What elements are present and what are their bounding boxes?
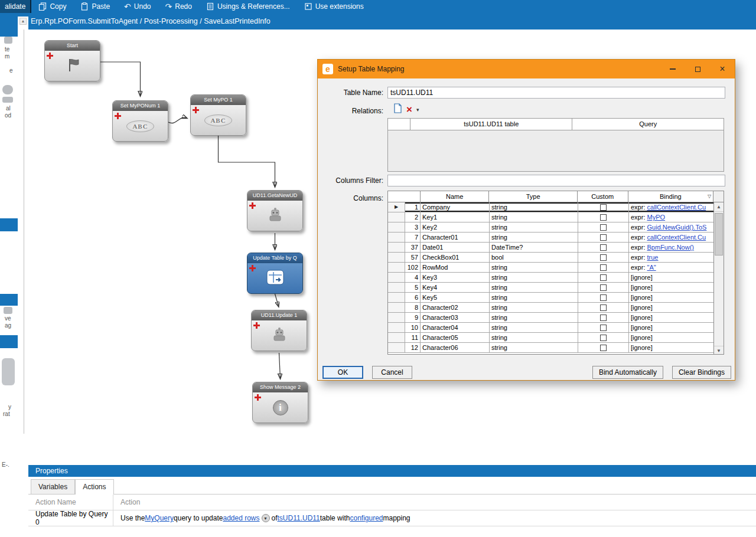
canvas-scrollbar-gutter[interactable]: ▲ <box>18 17 28 524</box>
relations-col-header-query[interactable]: Query <box>572 119 724 130</box>
custom-checkbox[interactable] <box>600 214 607 221</box>
cell-binding[interactable]: expr: Guid.NewGuid().ToS <box>629 222 715 232</box>
add-badge-icon[interactable] <box>253 322 260 329</box>
grid-row[interactable]: 10Character04string[ignore] <box>388 323 715 333</box>
col-header-type[interactable]: Type <box>489 191 577 202</box>
use-extensions-button[interactable]: Use extensions <box>297 0 371 13</box>
node-set-mypo[interactable]: Set MyPO 1 ABC <box>190 94 246 136</box>
col-header-name[interactable]: Name <box>421 191 490 202</box>
add-badge-icon[interactable] <box>255 394 261 401</box>
added-rows-link[interactable]: added rows <box>223 514 259 522</box>
cell-type[interactable]: string <box>490 222 578 232</box>
node-ud11-getanewud[interactable]: UD11.GetaNewUD <box>247 190 303 231</box>
add-badge-icon[interactable] <box>249 265 256 271</box>
cell-type[interactable]: string <box>490 233 578 242</box>
cell-type[interactable]: string <box>490 313 578 322</box>
cell-binding[interactable]: [ignore] <box>629 273 715 282</box>
cell-custom[interactable] <box>578 333 629 342</box>
cell-name[interactable]: CheckBox01 <box>421 253 490 262</box>
grid-row[interactable]: 2Key1stringexpr: MyPO <box>388 212 715 222</box>
grid-row[interactable]: 57CheckBox01boolexpr: true <box>388 253 715 263</box>
cell-name[interactable]: Company <box>421 202 490 212</box>
col-header-binding[interactable]: Binding▽ <box>628 191 713 202</box>
properties-header[interactable]: Properties <box>28 465 756 477</box>
binding-link[interactable]: callContextClient.Cu <box>647 234 706 241</box>
node-show-message[interactable]: Show Message 2 i <box>252 382 308 423</box>
add-badge-icon[interactable] <box>249 202 256 209</box>
collapsed-panel-bar[interactable] <box>0 13 18 37</box>
custom-checkbox[interactable] <box>600 294 607 301</box>
custom-checkbox[interactable] <box>600 254 607 261</box>
grid-row[interactable]: 5Key4string[ignore] <box>388 283 715 293</box>
minimize-button[interactable] <box>660 60 685 78</box>
grid-row[interactable]: 6Key5string[ignore] <box>388 293 715 303</box>
cell-binding[interactable]: [ignore] <box>629 303 715 312</box>
collapsed-panel-bar[interactable] <box>0 294 18 306</box>
add-relation-icon[interactable] <box>393 103 402 116</box>
cell-name[interactable]: Key1 <box>421 212 490 222</box>
node-ud11-update[interactable]: UD11.Update 1 <box>251 310 307 351</box>
cell-binding[interactable]: expr: "A" <box>629 263 715 272</box>
clear-bindings-button[interactable]: Clear Bindings <box>672 366 731 379</box>
binding-link[interactable]: "A" <box>647 264 656 271</box>
custom-checkbox[interactable] <box>600 234 607 241</box>
binding-link[interactable]: BpmFunc.Now() <box>647 244 694 251</box>
added-rows-dropdown-icon[interactable]: ▼ <box>262 514 270 522</box>
scroll-up-icon[interactable]: ▲ <box>19 18 27 25</box>
grid-row[interactable]: 8Character02string[ignore] <box>388 303 715 313</box>
grid-scrollbar[interactable]: ▲ ▼ <box>713 202 724 355</box>
cell-custom[interactable] <box>578 263 629 272</box>
cell-type[interactable]: string <box>490 202 578 212</box>
usings-references-button[interactable]: Usings & References... <box>199 0 297 13</box>
cell-name[interactable]: Character03 <box>421 313 490 322</box>
binding-link[interactable]: callContextClient.Cu <box>647 204 706 211</box>
custom-checkbox[interactable] <box>600 204 607 211</box>
scroll-down-icon[interactable]: ▼ <box>714 346 724 355</box>
add-badge-icon[interactable] <box>193 107 199 113</box>
cell-custom[interactable] <box>578 253 629 262</box>
table-name-input[interactable] <box>387 87 725 99</box>
action-row[interactable]: Update Table by Query 0 Use the MyQuery … <box>28 510 756 526</box>
cell-binding[interactable]: [ignore] <box>629 283 715 292</box>
custom-checkbox[interactable] <box>600 264 607 271</box>
cell-name[interactable]: RowMod <box>421 263 490 272</box>
tab-variables[interactable]: Variables <box>31 479 75 494</box>
scroll-thumb[interactable] <box>715 213 723 256</box>
cell-name[interactable]: Character01 <box>421 233 490 242</box>
paste-button[interactable]: Paste <box>73 0 117 13</box>
cell-custom[interactable] <box>578 202 629 212</box>
cell-type[interactable]: string <box>490 333 578 342</box>
column-header-action-name[interactable]: Action Name <box>28 495 113 510</box>
cell-name[interactable]: Character05 <box>421 333 490 342</box>
cell-type[interactable]: string <box>490 283 578 292</box>
cell-type[interactable]: DateTime? <box>490 243 578 252</box>
custom-checkbox[interactable] <box>600 345 607 351</box>
ok-button[interactable]: OK <box>322 366 363 379</box>
collapsed-panel-bar[interactable] <box>0 335 18 348</box>
node-start[interactable]: Start <box>44 40 100 81</box>
redo-button[interactable]: ↷ Redo <box>158 0 199 13</box>
myquery-link[interactable]: MyQuery <box>145 514 174 522</box>
relation-dropdown-icon[interactable]: ▾ <box>416 107 419 113</box>
relations-col-header-table[interactable]: tsUD11.UD11 table <box>410 119 573 130</box>
cell-custom[interactable] <box>578 343 629 352</box>
custom-checkbox[interactable] <box>600 224 607 231</box>
cell-binding[interactable]: [ignore] <box>629 293 715 302</box>
cell-type[interactable]: string <box>490 303 578 312</box>
cell-name[interactable]: Character06 <box>421 343 490 352</box>
copy-button[interactable]: Copy <box>31 0 73 13</box>
cell-custom[interactable] <box>578 273 629 282</box>
cell-custom[interactable] <box>578 222 629 232</box>
cell-binding[interactable]: expr: callContextClient.Cu <box>629 233 715 242</box>
dialog-titlebar[interactable]: e Setup Table Mapping × <box>318 60 735 78</box>
node-update-table-by-query[interactable]: Update Table by Q <box>247 253 303 294</box>
cell-binding[interactable]: [ignore] <box>629 343 715 352</box>
cell-type[interactable]: bool <box>490 253 578 262</box>
cell-name[interactable]: Key5 <box>421 293 490 302</box>
cell-custom[interactable] <box>578 313 629 322</box>
undo-button[interactable]: ↶ Undo <box>117 0 158 13</box>
cell-name[interactable]: Character02 <box>421 303 490 312</box>
bind-automatically-button[interactable]: Bind Automatically <box>592 366 663 379</box>
cancel-button[interactable]: Cancel <box>372 366 412 379</box>
add-badge-icon[interactable] <box>115 113 121 119</box>
